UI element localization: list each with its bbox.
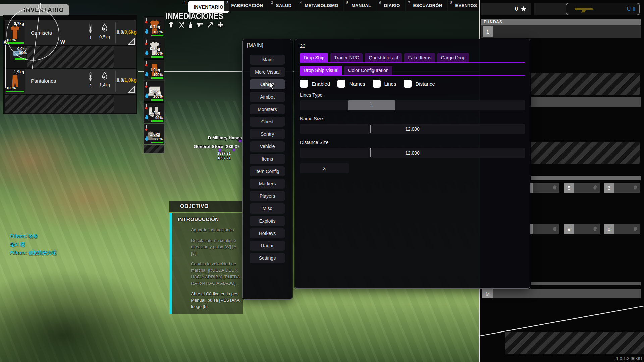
slot-key-label: 6 — [608, 185, 610, 191]
distance-size-slider[interactable]: 12.000 — [300, 148, 525, 158]
weapon-slot-bar — [534, 3, 640, 15]
corner-fold-icon — [128, 86, 135, 93]
subtab-color-configuration[interactable]: Color Configuration — [344, 66, 392, 75]
settings-subtabs: Drop Ship Visual Color Configuration — [300, 66, 525, 75]
load-max: 1,0kg — [124, 77, 137, 83]
equip-tile-shoes[interactable]: 1,0kg 88% — [144, 124, 164, 144]
fundas-slot-1[interactable]: 1 — [483, 26, 493, 37]
quick-slot-9[interactable]: 9 — [564, 224, 600, 234]
equip-tile-pants[interactable]: 1,9kg 100% — [144, 59, 164, 80]
tab-label: ESCUADRÓN — [413, 3, 442, 11]
objective-step: Desplázate en cualquie dirección y pulsa… — [191, 237, 242, 256]
lines-type-active-segment[interactable]: 1 — [348, 100, 395, 110]
menu-item-players[interactable]: Players — [250, 191, 285, 201]
equip-tile-shirt-white[interactable]: 0,3kg 100% — [144, 38, 164, 59]
bottle-filter-icon[interactable] — [189, 21, 192, 28]
quick-slot-5[interactable]: 5 — [564, 183, 600, 193]
equip-tile-shirt-orange[interactable]: 0,7kg 100% — [144, 16, 164, 37]
fundas-header: FUNDAS — [481, 19, 641, 25]
utensils-filter-icon[interactable] — [179, 22, 184, 28]
tab-metabolismo[interactable]: 4METABOLISMO — [297, 0, 343, 11]
durability-bar — [151, 77, 163, 79]
quick-slot-0[interactable]: 0 — [604, 224, 640, 234]
cheat-menu-window[interactable]: [MAIN] Main More Visual Others Aimbot Mo… — [242, 39, 292, 300]
esp-marker-dot — [233, 149, 235, 151]
menu-item-sentry[interactable]: Sentry — [250, 129, 285, 139]
menu-item-more-visual[interactable]: More Visual — [250, 67, 285, 77]
tool-filter-icon[interactable] — [207, 22, 213, 28]
menu-item-main[interactable]: Main — [250, 55, 285, 65]
compass-w-label: W — [60, 39, 65, 45]
droplet-icon — [145, 28, 149, 34]
equip-tile-shorts[interactable]: 0,6kg 100% — [144, 81, 164, 102]
menu-item-aimbot[interactable]: Aimbot — [250, 92, 285, 102]
tab-salud[interactable]: 3SALUD — [268, 0, 296, 11]
droplet-icon — [145, 114, 149, 120]
tab-escuadron[interactable]: 7ESCUADRÓN — [406, 0, 447, 11]
objective-body: INTRODUCCIÓN Aguarda instrucciones Despl… — [169, 213, 243, 314]
checkbox-label: Distance — [415, 81, 435, 87]
weapon-slot-box[interactable] — [566, 3, 640, 15]
enabled-checkbox[interactable] — [300, 80, 308, 88]
menu-item-exploits[interactable]: Exploits — [250, 216, 285, 226]
tab-manual[interactable]: 5MANUAL — [344, 0, 376, 11]
load-value: 0,0/1,0kg — [117, 77, 136, 83]
chat-message: 老6: 嗯 — [10, 242, 56, 248]
subtab-drop-ship-visual[interactable]: Drop Ship Visual — [300, 66, 342, 75]
quick-slot-partial[interactable] — [530, 183, 559, 193]
cheat-settings-window[interactable]: 22 Drop Ship Trader NPC Quest Interact F… — [295, 39, 530, 289]
tab-drop-ship[interactable]: Drop Ship — [300, 53, 328, 62]
lines-type-label: Lines Type — [300, 92, 525, 98]
menu-item-others[interactable]: Others — [250, 79, 285, 89]
fame-points-bar: 0 — [481, 3, 531, 15]
hand-icon — [633, 185, 638, 190]
tab-diario[interactable]: 6DIARIO — [376, 0, 405, 11]
menu-item-misc[interactable]: Misc — [250, 203, 285, 214]
equip-weight: 1,0kg — [150, 132, 160, 137]
menu-item-item-config[interactable]: Item Config — [250, 166, 285, 176]
blocked-equip-slot — [144, 145, 164, 153]
tab-fake-items[interactable]: Fake Items — [404, 53, 435, 62]
checkbox-row: Enabled Names Lines Distance — [300, 80, 525, 88]
vicinity-filter-icons — [168, 21, 224, 28]
tab-quest-interact[interactable]: Quest Interact — [365, 53, 402, 62]
menu-item-monsters[interactable]: Monsters — [250, 104, 285, 114]
tab-eventos[interactable]: 8EVENTOS — [448, 0, 482, 11]
fame-points-value: 0 — [515, 6, 518, 12]
equip-weight: 0,6kg — [150, 89, 160, 94]
equip-durability: 88% — [155, 137, 163, 141]
thermometer-icon — [145, 82, 148, 88]
map-slot-row[interactable]: M — [482, 289, 641, 298]
menu-item-vehicle[interactable]: Vehicle — [250, 141, 285, 152]
name-size-slider[interactable]: 12.000 — [300, 124, 525, 134]
close-x-button[interactable]: X — [300, 163, 349, 173]
quick-slot-partial[interactable] — [530, 224, 559, 234]
tab-number: 2 — [226, 1, 228, 11]
names-checkbox[interactable] — [337, 80, 345, 88]
quick-slot-6[interactable]: 6 — [604, 183, 640, 193]
gun-filter-icon[interactable] — [196, 22, 203, 27]
shirt-filter-icon[interactable] — [168, 22, 175, 28]
equip-durability: 100% — [153, 94, 163, 98]
gun-icon — [574, 6, 595, 13]
menu-item-markers[interactable]: Markers — [250, 179, 285, 189]
load-value: 0,0/0,6kg — [117, 29, 136, 35]
checkbox-label: Enabled — [312, 81, 330, 87]
menu-item-hotkeys[interactable]: Hotkeys — [250, 228, 285, 238]
menu-item-chest[interactable]: Chest — [250, 117, 285, 127]
subrow-right — [114, 95, 136, 113]
durability-bar — [151, 142, 163, 143]
settings-window-title: 22 — [295, 39, 530, 49]
lines-checkbox[interactable] — [373, 80, 381, 88]
distance-checkbox[interactable] — [404, 80, 412, 88]
tab-trader-npc[interactable]: Trader NPC — [330, 53, 363, 62]
menu-item-radar[interactable]: Radar — [250, 241, 285, 251]
tab-fabricacion[interactable]: 2FABRICACIÓN — [224, 0, 268, 11]
tab-cargo-drop[interactable]: Cargo Drop — [437, 53, 469, 62]
plus-filter-icon[interactable] — [217, 22, 224, 28]
menu-item-settings[interactable]: Settings — [250, 253, 285, 263]
equip-tile-socks[interactable]: 0,3kg 99% — [144, 102, 164, 123]
lines-type-selector[interactable]: 1 — [300, 100, 525, 110]
menu-item-items[interactable]: Items — [250, 154, 285, 164]
tab-number: 7 — [408, 1, 410, 11]
